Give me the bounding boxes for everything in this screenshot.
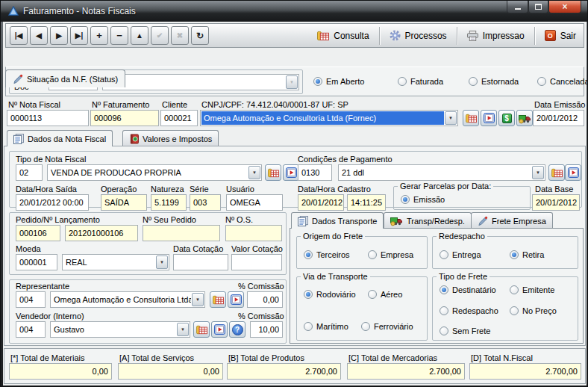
cliente-lookup-button[interactable] [463,110,479,126]
radio-icon[interactable] [510,285,519,294]
chevron-down-icon[interactable]: ▼ [286,75,298,89]
chevron-down-icon[interactable]: ▼ [445,111,457,125]
radio-icon[interactable] [401,195,410,204]
chevron-down-icon[interactable]: ▼ [156,256,168,269]
situacao-desc-combo[interactable]: ▼ [102,74,299,90]
radio-empresa[interactable]: Empresa [368,250,413,259]
seu-pedido-field[interactable] [143,225,220,241]
moeda-code-field[interactable]: 000001 [16,254,57,270]
radio-parcelas-emissao[interactable]: Emissão [401,195,445,204]
pagamento-code-field[interactable]: 0130 [298,164,332,181]
cliente-transporte-button[interactable] [516,110,533,126]
vendedor-open-button[interactable] [211,321,228,338]
radio-icon[interactable] [304,290,313,299]
radio-icon[interactable] [368,250,377,259]
nav-refresh-button[interactable]: ↻ [191,26,209,45]
radio-terceiros[interactable]: Terceiros [304,250,350,259]
radio-icon[interactable] [440,285,448,294]
radio-entrega[interactable]: Entrega [440,250,481,259]
radio-aereo[interactable]: Aéreo [368,290,402,299]
consulta-button[interactable]: Consulta [314,31,372,41]
rep-comissao-field[interactable]: 0,00 [247,291,283,308]
representante-open-button[interactable] [228,291,244,308]
chevron-down-icon[interactable]: ▼ [177,323,189,336]
tab-valores-impostos[interactable]: Valores e Impostos [122,130,219,146]
pagamento-open-button[interactable] [565,164,581,181]
vendedor-code-field[interactable]: 004 [16,321,46,338]
data-cotacao-field[interactable] [173,254,228,270]
radio-destinatario[interactable]: Destinatário [440,285,496,294]
nav-edit-button[interactable]: ▲ [131,26,148,45]
faturamento-field[interactable]: 000096 [90,110,159,126]
vend-comissao-field[interactable]: 10,00 [250,321,283,338]
representante-combo[interactable]: Omega Automação e Consultoria Ltda ▼ [50,291,205,308]
close-button[interactable]: × [548,1,581,13]
radio-em-aberto[interactable]: Em Aberto [313,77,364,86]
chevron-down-icon[interactable]: ▼ [192,293,204,306]
representante-code-field[interactable]: 004 [16,291,46,308]
cliente-combo[interactable]: Omega Automação e Consultoria Ltda (Forn… [200,110,458,126]
tipo-nf-open-button[interactable] [283,164,299,181]
radio-icon[interactable] [304,322,313,331]
tipo-nf-combo[interactable]: VENDA DE PRODUCAO PROPRIA ▼ [47,164,262,181]
radio-emitente[interactable]: Emitente [510,285,554,294]
chevron-down-icon[interactable]: ▼ [248,166,260,179]
database-field[interactable]: 20/01/2012 [532,194,580,211]
vendedor-combo[interactable]: Gustavo ▼ [50,321,190,338]
cliente-financeiro-button[interactable]: $ [498,110,515,126]
radio-icon[interactable] [313,77,322,86]
pagamento-lookup-button[interactable] [548,164,565,181]
cliente-open-button[interactable] [481,110,497,126]
moeda-combo[interactable]: REAL ▼ [62,254,169,270]
operacao-field[interactable]: SAÍDA [101,194,147,211]
cliente-field[interactable]: 000021 [160,110,198,126]
radio-icon[interactable] [510,250,519,259]
emissao-field[interactable]: 20/01/2012 [533,110,584,126]
tipo-nf-lookup-button[interactable] [265,164,281,181]
lancamento-field[interactable]: 201201000106 [65,225,138,241]
saida-field[interactable]: 20/01/2012 00:00 [16,194,89,211]
radio-icon[interactable] [469,77,478,86]
radio-sem-frete[interactable]: Sem Frete [440,326,490,335]
nav-cancel-button[interactable]: ✖ [171,26,189,45]
radio-retira[interactable]: Retira [510,250,544,259]
radio-icon[interactable] [440,326,448,335]
processos-button[interactable]: Processos [387,30,450,41]
valor-cotacao-field[interactable] [231,254,282,270]
nf-field[interactable]: 0000113 [7,110,89,126]
natureza-field[interactable]: 5.1199 [151,194,187,211]
radio-icon[interactable] [304,250,313,259]
nav-last-button[interactable]: ▶| [70,26,88,45]
radio-redespacho-frete[interactable]: Redespacho [440,306,498,315]
radio-icon[interactable] [510,306,519,315]
vendedor-help-button[interactable]: ? [229,321,245,338]
radio-faturada[interactable]: Faturada [398,77,443,86]
radio-icon[interactable] [361,322,370,331]
tipo-nf-code-field[interactable]: 02 [16,164,43,181]
representante-lookup-button[interactable] [210,291,226,308]
maximize-button[interactable] [528,1,548,13]
radio-icon[interactable] [537,77,546,86]
radio-icon[interactable] [440,306,448,315]
tab-frete-empresa[interactable]: Frete Empresa [471,212,553,229]
nav-next-button[interactable]: ▶ [50,26,68,45]
radio-icon[interactable] [440,250,448,259]
nav-first-button[interactable]: |◀ [10,26,28,45]
tab-dados-nota-fiscal[interactable]: Dados da Nota Fiscal [7,130,113,146]
radio-cancelada[interactable]: Cancelada [537,77,588,86]
sair-button[interactable]: O Sair [542,30,579,41]
cadastro-time-field[interactable]: 14:11:25 [347,194,386,211]
chevron-down-icon[interactable]: ▼ [532,166,544,179]
radio-ferroviario[interactable]: Ferroviário [361,322,413,331]
nav-confirm-button[interactable]: ✔ [151,26,169,45]
usuario-field[interactable]: OMEGA [226,194,283,211]
vendedor-lookup-button[interactable] [193,321,210,338]
radio-maritimo[interactable]: Marítimo [304,322,348,331]
radio-icon[interactable] [368,290,377,299]
tab-transp-redesp[interactable]: Transp/Redesp. [384,212,472,229]
radio-no-preco[interactable]: No Preço [510,306,557,315]
cadastro-date-field[interactable]: 20/01/2012 [298,194,344,211]
pagamento-combo[interactable]: 21 ddl ▼ [338,164,545,181]
minimize-button[interactable] [507,1,528,13]
nav-delete-button[interactable]: − [110,26,128,45]
